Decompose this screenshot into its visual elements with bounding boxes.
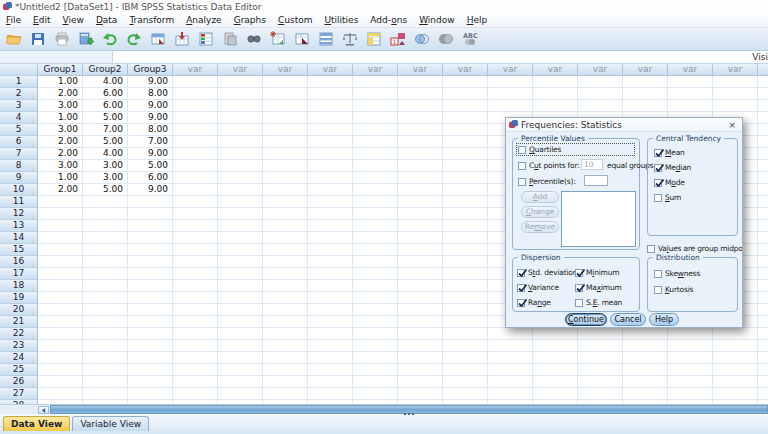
data-cell[interactable] (443, 244, 488, 256)
row-header-15[interactable]: 15 (0, 244, 38, 256)
data-cell[interactable] (398, 196, 443, 208)
data-cell[interactable] (308, 256, 353, 268)
data-cell[interactable] (128, 280, 173, 292)
row-header-27[interactable]: 27 (0, 388, 38, 400)
data-cell[interactable] (443, 352, 488, 364)
data-cell[interactable] (353, 112, 398, 124)
data-cell[interactable] (263, 244, 308, 256)
data-cell[interactable] (443, 292, 488, 304)
data-cell[interactable] (668, 340, 713, 352)
data-cell[interactable] (173, 376, 218, 388)
data-cell[interactable] (128, 268, 173, 280)
data-cell[interactable] (38, 208, 83, 220)
open-file-icon[interactable] (2, 29, 25, 49)
row-header-20[interactable]: 20 (0, 304, 38, 316)
data-cell[interactable] (263, 292, 308, 304)
percentiles-field[interactable] (584, 175, 608, 186)
data-cell[interactable] (83, 268, 128, 280)
data-cell[interactable]: 5.00 (83, 112, 128, 124)
data-cell[interactable] (353, 244, 398, 256)
data-cell[interactable] (263, 208, 308, 220)
data-cell[interactable] (353, 340, 398, 352)
menu-analyze[interactable]: Analyze (180, 14, 227, 26)
data-cell[interactable] (398, 256, 443, 268)
data-cell[interactable] (713, 352, 758, 364)
data-cell[interactable] (218, 280, 263, 292)
data-cell[interactable] (533, 76, 578, 88)
data-cell[interactable] (263, 280, 308, 292)
data-cell[interactable] (398, 340, 443, 352)
column-header-var[interactable]: var (758, 64, 768, 76)
data-cell[interactable] (443, 160, 488, 172)
cell-editor[interactable]: Visi (113, 51, 768, 63)
data-cell[interactable] (758, 160, 768, 172)
data-cell[interactable] (758, 292, 768, 304)
data-cell[interactable] (83, 352, 128, 364)
data-cell[interactable]: 6.00 (83, 88, 128, 100)
data-cell[interactable] (83, 376, 128, 388)
data-cell[interactable] (443, 316, 488, 328)
distribution-skewness[interactable]: Skewness (654, 269, 700, 278)
split-file-icon[interactable] (314, 29, 337, 49)
column-header-var[interactable]: var (263, 64, 308, 76)
data-cell[interactable] (218, 388, 263, 400)
data-cell[interactable] (443, 376, 488, 388)
data-cell[interactable] (758, 328, 768, 340)
data-cell[interactable] (353, 256, 398, 268)
data-cell[interactable] (218, 352, 263, 364)
menu-custom[interactable]: Custom (272, 14, 319, 26)
row-header-7[interactable]: 7 (0, 148, 38, 160)
menu-file[interactable]: File (0, 14, 27, 26)
data-cell[interactable] (398, 136, 443, 148)
data-cell[interactable]: 4.00 (83, 148, 128, 160)
data-cell[interactable]: 8.00 (128, 88, 173, 100)
data-cell[interactable] (398, 220, 443, 232)
data-cell[interactable] (263, 256, 308, 268)
data-cell[interactable] (758, 340, 768, 352)
data-cell[interactable] (38, 352, 83, 364)
data-cell[interactable] (38, 256, 83, 268)
data-cell[interactable] (308, 100, 353, 112)
column-header-var[interactable]: var (713, 64, 758, 76)
column-header-group2[interactable]: Group2 (83, 64, 128, 76)
data-cell[interactable] (38, 220, 83, 232)
data-cell[interactable] (353, 100, 398, 112)
column-header-var[interactable]: var (668, 64, 713, 76)
data-cell[interactable] (443, 88, 488, 100)
data-cell[interactable] (128, 340, 173, 352)
data-cell[interactable] (218, 184, 263, 196)
dialog-close-button[interactable]: × (725, 120, 739, 130)
data-cell[interactable] (308, 328, 353, 340)
data-cell[interactable] (173, 124, 218, 136)
data-cell[interactable] (353, 220, 398, 232)
data-cell[interactable] (353, 352, 398, 364)
data-cell[interactable] (578, 364, 623, 376)
row-header-13[interactable]: 13 (0, 220, 38, 232)
central-mode[interactable]: Mode (654, 178, 685, 187)
data-cell[interactable]: 9.00 (128, 148, 173, 160)
data-cell[interactable] (443, 196, 488, 208)
data-cell[interactable] (398, 124, 443, 136)
data-cell[interactable] (353, 196, 398, 208)
central-median[interactable]: Median (654, 163, 691, 172)
data-cell[interactable] (623, 328, 668, 340)
row-header-21[interactable]: 21 (0, 316, 38, 328)
horizontal-scrollbar[interactable] (0, 404, 768, 414)
data-cell[interactable]: 5.00 (83, 136, 128, 148)
data-cell[interactable] (353, 208, 398, 220)
data-cell[interactable] (533, 100, 578, 112)
use-variable-sets-icon[interactable] (410, 29, 433, 49)
data-cell[interactable] (353, 280, 398, 292)
data-cell[interactable] (353, 88, 398, 100)
data-cell[interactable] (308, 160, 353, 172)
data-cell[interactable] (353, 172, 398, 184)
data-cell[interactable]: 6.00 (128, 172, 173, 184)
scroll-left-arrow-button[interactable] (38, 406, 49, 414)
data-cell[interactable] (218, 100, 263, 112)
row-header-16[interactable]: 16 (0, 256, 38, 268)
data-cell[interactable] (443, 124, 488, 136)
data-cell[interactable] (398, 328, 443, 340)
data-cell[interactable]: 9.00 (128, 184, 173, 196)
data-cell[interactable] (713, 376, 758, 388)
dispersion-maximum-checkbox[interactable] (575, 284, 583, 292)
